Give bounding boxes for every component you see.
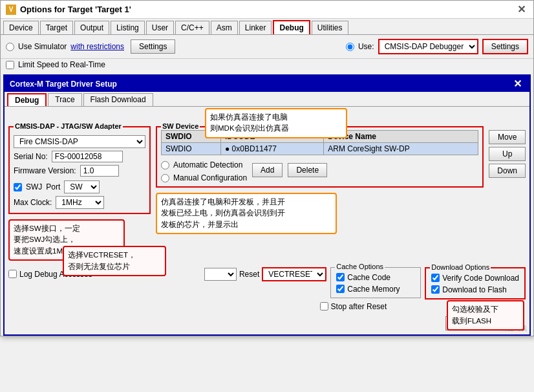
max-clock-select[interactable]: 1MHz xyxy=(56,196,104,209)
sub-tab-trace[interactable]: Trace xyxy=(48,93,81,106)
manual-config-label: Manual Configuration xyxy=(173,173,247,182)
move-up-button[interactable]: Move xyxy=(489,130,526,144)
main-tabs: Device Target Output Listing User C/C++ … xyxy=(1,19,533,35)
callout-2: 仿真器连接了电脑和开发板，并且开 发板已经上电，则仿真器会识别到开 发板的芯片，… xyxy=(156,193,337,234)
debugger-select[interactable]: CMSIS-DAP Debugger xyxy=(378,39,478,54)
tab-target[interactable]: Target xyxy=(40,21,73,34)
title-bar: V Options for Target 'Target 1' ✕ xyxy=(1,1,533,19)
bottom-left: Log Debug Accesses xyxy=(8,267,200,279)
callout-3: 选择SW接口，一定 要把SWJ勾选上， 速度设置成1M xyxy=(8,219,125,261)
manual-config-row: Manual Configuration xyxy=(161,173,247,182)
watermark: CSDN博主码栈 xyxy=(483,324,527,333)
tab-device[interactable]: Device xyxy=(3,21,39,34)
manual-config-radio[interactable] xyxy=(161,174,169,182)
tab-utilities[interactable]: Utilities xyxy=(312,21,348,34)
action-buttons: Cancel Help xyxy=(5,314,529,334)
auto-detect-label: Automatic Detection xyxy=(173,160,242,169)
col-device: Device Name xyxy=(324,131,478,143)
cache-options-group: Cache Options Cache Code Cache Memory xyxy=(330,267,421,298)
limit-speed-checkbox[interactable] xyxy=(6,61,14,69)
swj-checkbox[interactable] xyxy=(14,183,22,191)
firmware-label: Firmware Version: xyxy=(14,166,76,175)
main-window: V Options for Target 'Target 1' ✕ Device… xyxy=(0,0,534,336)
panel-right: SW Device SWDIO IDCODE Device Name xyxy=(156,111,484,261)
cache-memory-checkbox[interactable] xyxy=(336,285,345,293)
toolbar-row: Use Simulator with restrictions Settings… xyxy=(1,35,533,59)
cache-options-label: Cache Options xyxy=(335,263,385,270)
sw-device-label: SW Device xyxy=(161,122,200,130)
tab-debug[interactable]: Debug xyxy=(273,20,310,34)
cancel-button[interactable]: Cancel xyxy=(445,316,486,331)
sub-content: CMSIS-DAP - JTAG/SW Adapter Fire CMSIS-D… xyxy=(5,107,529,265)
col-idcode: IDCODE xyxy=(220,131,323,143)
log-debug-checkbox[interactable] xyxy=(8,270,17,278)
reset-label: Reset xyxy=(239,270,259,279)
sub-tabs: Debug Trace Flash Download xyxy=(5,92,529,107)
serial-input[interactable] xyxy=(52,151,123,162)
bottom-options-row: Log Debug Accesses Reset VECTRESET 选择VEC… xyxy=(5,265,529,302)
cache-code-checkbox[interactable] xyxy=(336,273,345,281)
sub-close-button[interactable]: ✕ xyxy=(511,78,524,90)
settings-right-button[interactable]: Settings xyxy=(482,39,528,54)
sub-tab-debug[interactable]: Debug xyxy=(7,93,47,106)
tab-cpp[interactable]: C/C++ xyxy=(175,21,209,34)
download-options-label: Download Options xyxy=(430,263,491,271)
col-swdio: SWDIO xyxy=(162,131,221,143)
tab-output[interactable]: Output xyxy=(74,21,109,34)
delete-button[interactable]: Delete xyxy=(288,163,327,177)
max-clock-label: Max Clock: xyxy=(14,198,52,207)
use-simulator-radio[interactable] xyxy=(6,43,14,51)
jtag-group-label: CMSIS-DAP - JTAG/SW Adapter xyxy=(14,122,123,130)
cache-memory-label: Cache Memory xyxy=(347,285,400,294)
move-down-button[interactable]: Down xyxy=(489,164,526,178)
download-flash-label: Download to Flash xyxy=(442,285,506,294)
adapter-select[interactable]: Fire CMSIS-DAP xyxy=(14,135,145,148)
verify-code-row: Verify Code Download xyxy=(431,274,519,283)
stop-reset-row: Stop after Reset xyxy=(5,302,529,314)
move-buttons: Move Up Down xyxy=(489,111,526,261)
log-debug-label: Log Debug Accesses xyxy=(19,270,92,279)
reset-select[interactable]: VECTRESET xyxy=(262,267,326,281)
adapter-row: Fire CMSIS-DAP xyxy=(14,135,145,148)
firmware-row: Firmware Version: xyxy=(14,165,145,177)
port-select[interactable]: SW xyxy=(64,180,100,193)
use-group: Use: CMSIS-DAP Debugger Settings xyxy=(346,39,528,54)
stop-after-reset-label: Stop after Reset xyxy=(331,302,387,311)
sub-dialog-title: Cortex-M Target Driver Setup xyxy=(10,80,117,89)
add-button[interactable]: Add xyxy=(252,163,283,177)
idcode-value: 0x0BD11477 xyxy=(232,144,277,153)
serial-row: Serial No: xyxy=(14,151,145,162)
download-flash-checkbox[interactable] xyxy=(431,285,440,294)
reset-group: Reset VECTRESET 选择VECTRESET， 否则无法复位芯片 xyxy=(204,267,326,281)
cell-swdio: SWDIO xyxy=(162,143,221,155)
firmware-input[interactable] xyxy=(80,165,119,177)
tab-user[interactable]: User xyxy=(146,21,174,34)
move-up2-button[interactable]: Up xyxy=(489,147,526,161)
cell-idcode: ● 0x0BD11477 xyxy=(220,143,323,155)
stop-after-reset-checkbox[interactable] xyxy=(320,302,328,310)
cache-memory-row: Cache Memory xyxy=(336,285,415,294)
reset-left-select[interactable] xyxy=(204,268,237,281)
auto-detect-radio[interactable] xyxy=(161,161,169,169)
simulator-group: Use Simulator with restrictions xyxy=(6,42,124,51)
with-restrictions-link[interactable]: with restrictions xyxy=(70,42,124,51)
sub-title-bar: Cortex-M Target Driver Setup ✕ xyxy=(5,76,529,92)
tab-linker[interactable]: Linker xyxy=(239,21,272,34)
verify-code-checkbox[interactable] xyxy=(431,274,440,282)
sub-tab-flash[interactable]: Flash Download xyxy=(83,93,153,106)
log-debug-row: Log Debug Accesses xyxy=(8,270,200,279)
download-options-group: Download Options Verify Code Download Do… xyxy=(425,267,526,299)
use-label: Use: xyxy=(358,42,374,51)
maxclock-row: Max Clock: 1MHz xyxy=(14,196,145,209)
limit-row: Limit Speed to Real-Time xyxy=(1,59,533,72)
auto-detect-row: Automatic Detection xyxy=(161,160,247,169)
use-debugger-radio[interactable] xyxy=(346,43,354,51)
swj-row: SWJ Port SW xyxy=(14,180,145,193)
tab-asm[interactable]: Asm xyxy=(211,21,238,34)
tab-listing[interactable]: Listing xyxy=(111,21,145,34)
close-button[interactable]: ✕ xyxy=(515,3,528,16)
settings-left-button[interactable]: Settings xyxy=(131,39,175,54)
detect-buttons: Automatic Detection Manual Configuration… xyxy=(161,158,478,182)
serial-label: Serial No: xyxy=(14,152,48,161)
table-row[interactable]: SWDIO ● 0x0BD11477 ARM CoreSight SW-DP xyxy=(162,143,478,155)
